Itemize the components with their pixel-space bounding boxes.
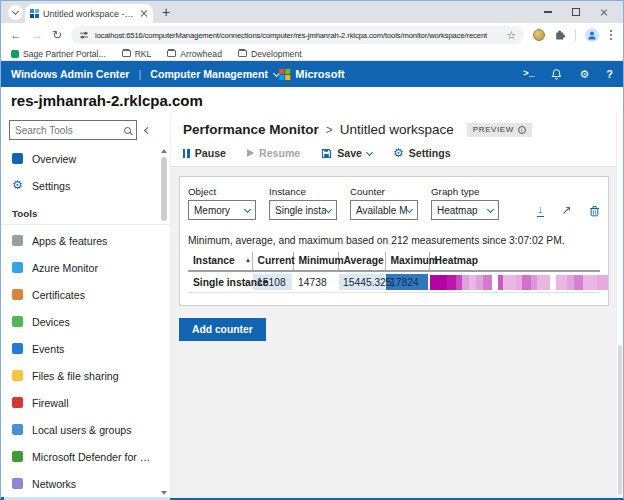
solution-dropdown[interactable]: Computer Management xyxy=(150,68,279,80)
sidebar-item-local-users-groups[interactable]: Local users & groups xyxy=(1,416,170,443)
sidebar-item-certificates[interactable]: Certificates xyxy=(1,281,170,308)
download-icon[interactable]: ↓ xyxy=(537,204,545,217)
heatmap-cell xyxy=(483,275,492,290)
browser-tab[interactable]: Untitled workspace - Performan xyxy=(25,4,153,23)
profile-avatar[interactable] xyxy=(585,28,599,42)
column-header-instance[interactable]: Instance▲ xyxy=(188,252,252,271)
sidebar-item-firewall[interactable]: Firewall xyxy=(1,389,170,416)
extensions-puzzle-icon[interactable] xyxy=(554,29,566,41)
bookmark-label: Sage Partner Portal... xyxy=(23,49,106,59)
events-icon xyxy=(12,343,23,354)
minimum-cell: 14738 xyxy=(293,271,338,293)
site-info-icon[interactable] xyxy=(79,30,89,40)
window-close-button[interactable] xyxy=(600,8,609,16)
bookmark-label: Arrowhead xyxy=(180,49,222,59)
scroll-down-button[interactable] xyxy=(161,491,167,495)
reload-button[interactable]: ↻ xyxy=(52,29,62,41)
sidebar-item-events[interactable]: Events xyxy=(1,335,170,362)
sidebar-item-networks[interactable]: Networks xyxy=(1,470,170,497)
chevron-down-icon xyxy=(325,206,332,213)
graph-type-select[interactable]: Heatmap xyxy=(431,200,499,220)
main-content: Performance Monitor > Untitled workspace… xyxy=(171,113,623,498)
info-icon[interactable]: i xyxy=(518,126,526,134)
help-icon[interactable]: ? xyxy=(606,69,613,80)
machine-title: res-jmhanrah-2.rklcpa.com xyxy=(11,92,203,109)
column-header-maximum[interactable]: Maximum xyxy=(385,252,429,271)
microsoft-logo-text: Microsoft xyxy=(295,68,345,80)
apps-features-icon xyxy=(12,235,23,246)
sidebar-item-apps-features[interactable]: Apps & features xyxy=(1,227,170,254)
table-row: Single instance151081473815445.32517824 xyxy=(188,271,600,293)
solution-label: Computer Management xyxy=(150,68,268,80)
tab-close-icon[interactable] xyxy=(140,10,148,18)
settings-gear-icon[interactable]: ⚙ xyxy=(579,69,589,80)
pause-button[interactable]: Pause xyxy=(183,147,226,159)
extension-icon[interactable] xyxy=(533,29,545,41)
notifications-bell-icon[interactable] xyxy=(551,68,562,80)
chevron-down-icon xyxy=(12,7,19,14)
browser-menu-button[interactable] xyxy=(608,30,614,39)
window-minimize-button[interactable] xyxy=(544,11,552,12)
scrollbar-thumb[interactable] xyxy=(161,157,167,221)
sidebar-scrollbar[interactable] xyxy=(159,147,169,497)
resume-button[interactable]: Resume xyxy=(247,147,300,159)
heatmap-strip xyxy=(430,275,599,290)
field-graph-type: Graph typeHeatmap xyxy=(431,186,499,220)
main-scrollbar[interactable] xyxy=(616,113,623,498)
scrollbar-thumb[interactable] xyxy=(618,345,622,495)
counter-select[interactable]: Available MI xyxy=(350,200,418,220)
field-instance: InstanceSingle instar xyxy=(269,186,337,220)
tab-search-button[interactable] xyxy=(8,5,23,20)
column-header-current[interactable]: Current xyxy=(252,252,293,271)
column-header-label: Heatmap xyxy=(435,255,479,266)
bookmark-arrowhead[interactable]: Arrowhead xyxy=(167,49,222,59)
sidebar-item-label: Azure Monitor xyxy=(32,262,112,274)
sidebar-item-azure-monitor[interactable]: Azure Monitor xyxy=(1,254,170,281)
add-counter-button[interactable]: Add counter xyxy=(179,318,266,341)
value-chip: 17824 xyxy=(386,274,428,290)
new-tab-button[interactable]: + xyxy=(162,5,170,19)
heatmap-cell xyxy=(503,275,516,290)
bookmark-sage-partner-portal[interactable]: Sage Partner Portal... xyxy=(11,49,106,59)
wac-header-actions: >_ ⚙ ? xyxy=(523,68,613,80)
settings-button[interactable]: ⚙ Settings xyxy=(393,147,451,159)
field-label: Instance xyxy=(269,186,337,197)
powershell-icon[interactable]: >_ xyxy=(523,69,534,79)
sidebar-item-microsoft-defender-for-cloud[interactable]: Microsoft Defender for Cloud xyxy=(1,443,170,470)
breadcrumb-tool[interactable]: Performance Monitor xyxy=(183,122,319,137)
field-label: Counter xyxy=(350,186,418,197)
scroll-up-button[interactable] xyxy=(161,149,167,153)
save-button[interactable]: Save xyxy=(321,147,372,159)
header-divider: | xyxy=(138,68,141,80)
sidebar-collapse-button[interactable] xyxy=(144,126,151,133)
chevron-down-icon xyxy=(406,206,413,213)
bookmark-rkl[interactable]: RKL xyxy=(122,49,152,59)
column-header-average[interactable]: Average xyxy=(338,252,385,271)
sidebar-item-overview[interactable]: Overview xyxy=(1,145,170,172)
wac-brand[interactable]: Windows Admin Center xyxy=(11,68,129,80)
preview-badge: PREVIEW i xyxy=(467,123,532,137)
window-maximize-button[interactable] xyxy=(572,8,580,16)
toolbar-divider xyxy=(575,29,576,41)
instance-select[interactable]: Single instar xyxy=(269,200,337,220)
expand-icon[interactable] xyxy=(561,205,572,216)
column-header-minimum[interactable]: Minimum xyxy=(293,252,338,271)
resume-label: Resume xyxy=(259,147,300,159)
address-bar[interactable]: localhost:6516/computerManagement/connec… xyxy=(71,26,524,44)
search-box[interactable] xyxy=(9,120,137,140)
search-icon xyxy=(124,127,131,134)
delete-trash-icon[interactable] xyxy=(589,205,600,217)
bookmark-development[interactable]: Development xyxy=(238,49,302,59)
sidebar-item-devices[interactable]: Devices xyxy=(1,308,170,335)
column-header-heatmap[interactable]: Heatmap xyxy=(429,252,600,271)
heatmap-cell xyxy=(556,275,567,290)
forward-button[interactable]: → xyxy=(31,29,43,41)
search-input[interactable] xyxy=(15,125,120,136)
bookmark-star-icon[interactable]: ☆ xyxy=(506,30,516,41)
local-users-groups-icon xyxy=(12,424,23,435)
object-select[interactable]: Memory xyxy=(188,200,256,220)
chevron-down-icon xyxy=(487,205,494,212)
back-button[interactable]: ← xyxy=(10,29,22,41)
sidebar-item-files-file-sharing[interactable]: Files & file sharing xyxy=(1,362,170,389)
sidebar-item-settings[interactable]: ⚙Settings xyxy=(1,172,170,199)
